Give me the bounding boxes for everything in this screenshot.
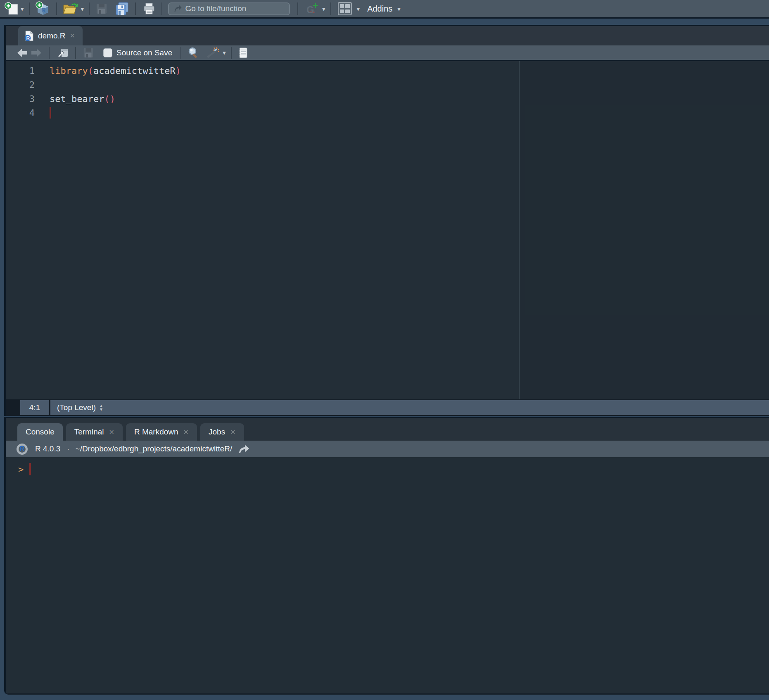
r-file-icon: R [24,30,34,42]
save-icon [95,2,108,15]
source-pane: R demo.R ✕ [4,25,769,416]
text-cursor [50,107,51,119]
tab-terminal[interactable]: Terminal ✕ [66,423,123,441]
source-on-save-label: Source on Save [116,48,172,57]
save-all-icon [114,2,129,16]
workspace-panes-button[interactable] [338,2,352,15]
console-body[interactable]: > [6,457,769,693]
line-number: 3 [6,94,35,104]
code-token: ( [88,66,93,76]
code-token: academictwitteR [93,66,176,76]
compile-report-button[interactable] [237,47,248,59]
tab-title: demo.R [38,31,66,40]
toolbar-separator [29,2,30,15]
new-project-icon: R [35,1,51,17]
save-button-disabled[interactable] [95,2,108,15]
toolbar-separator [231,47,232,59]
code-token: set_bearer [50,94,104,104]
code-tools-caret-icon[interactable]: ▾ [223,50,226,56]
forward-button[interactable] [31,48,42,58]
source-on-save-checkbox[interactable] [103,48,112,57]
version-control-caret-icon[interactable]: ▾ [322,6,325,12]
console-prompt-row: > [18,463,769,475]
code-token: ) [176,66,181,76]
console-header: R R 4.0.3 · ~/Dropbox/edbrgh_projects/ac… [6,441,769,457]
source-tab-bar: R demo.R ✕ [6,26,769,45]
tab-label: Console [26,427,55,437]
tab-label: Jobs [209,427,225,437]
tab-label: R Markdown [134,427,178,437]
header-dot-separator: · [67,444,69,453]
console-cursor [29,463,31,475]
new-project-button[interactable]: R [35,1,51,17]
line-number: 4 [6,108,35,118]
toolbar-separator [180,47,181,59]
forward-arrow-icon [31,48,42,58]
console-tab-bar: Console Terminal ✕ R Markdown ✕ Jobs ✕ [6,418,769,441]
open-folder-icon [62,2,79,16]
tab-close-icon[interactable]: ✕ [109,428,114,436]
print-icon [142,2,156,15]
back-arrow-icon [17,48,28,58]
toolbar-separator [89,2,90,15]
tab-close-icon[interactable]: ✕ [70,32,75,40]
scope-selector[interactable]: (Top Level) ▴▾ [50,400,769,415]
toolbar-separator [297,2,298,15]
tab-console[interactable]: Console [17,423,63,441]
version-control-button[interactable]: + − G [306,2,318,16]
workspace: R demo.R ✕ [4,25,769,695]
show-in-new-window-button[interactable] [56,47,69,59]
scope-spinner-icon[interactable]: ▴▾ [100,404,102,411]
code-token: library [50,66,88,76]
toolbar-separator [49,47,50,59]
addins-caret-icon[interactable]: ▾ [397,6,401,12]
new-file-button[interactable] [4,1,19,16]
tab-close-icon[interactable]: ✕ [183,428,189,436]
line-number: 2 [6,80,35,90]
open-file-button[interactable] [62,2,79,16]
working-directory-label[interactable]: ~/Dropbox/edbrgh_projects/academictwitte… [76,444,233,453]
back-button[interactable] [17,48,28,58]
code-token: () [104,94,115,104]
svg-text:R: R [26,35,30,41]
tab-label: Terminal [74,427,104,437]
tab-r-markdown[interactable]: R Markdown ✕ [126,423,197,441]
toolbar-separator [56,2,57,15]
open-file-caret-icon[interactable]: ▾ [81,6,84,12]
r-logo-icon: R [17,444,28,455]
new-file-icon [4,1,19,16]
tab-close-icon[interactable]: ✕ [230,428,235,436]
tab-demo-r[interactable]: R demo.R ✕ [18,26,83,45]
magnifier-icon [187,47,199,59]
editor-save-button-disabled[interactable] [83,47,94,59]
new-file-caret-icon[interactable]: ▾ [21,6,24,12]
line-number: 1 [6,66,35,76]
addins-menu[interactable]: Addins [367,4,392,14]
console-prompt: > [18,464,24,475]
toolbar-separator [135,2,136,15]
toolbar-separator [161,2,162,15]
git-g-glyph: G [306,4,314,16]
source-status-bar: 4:1 (Top Level) ▴▾ [6,399,769,416]
code-tools-button[interactable] [206,47,220,59]
cursor-position-indicator: 4:1 [20,400,49,415]
tab-jobs[interactable]: Jobs ✕ [200,423,244,441]
editor-toolbar: Source on Save [6,45,769,61]
save-icon [83,47,94,59]
workspace-panes-caret-icon[interactable]: ▾ [357,6,360,12]
print-button[interactable] [142,2,156,15]
popout-window-icon [56,47,69,59]
goto-working-directory-icon[interactable] [238,444,250,454]
goto-file-function-input[interactable] [185,4,285,13]
toolbar-separator [330,2,331,15]
find-replace-button[interactable] [187,47,199,59]
goto-arrow-icon [173,4,182,13]
svg-text:R: R [42,7,46,14]
goto-file-function-box[interactable] [168,2,290,15]
save-all-button[interactable] [114,2,129,16]
code-editor[interactable]: 1 library(academictwitteR) 2 3 set_beare… [6,61,769,399]
r-version-label: R 4.0.3 [35,444,60,453]
magic-wand-icon [206,47,220,59]
notebook-icon [237,47,248,59]
toolbar-separator [75,47,76,59]
